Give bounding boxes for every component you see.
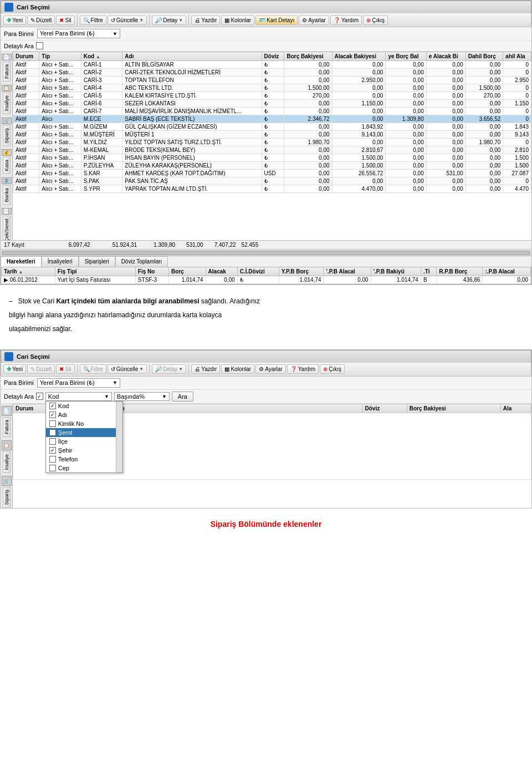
tab-doviz-toplamlari[interactable]: Döviz Toplamları: [115, 256, 168, 267]
table-row[interactable]: Aktif Alıcı + Satı... CARİ-5 KALEM KIRTA…: [13, 92, 531, 100]
para-birimi-combo[interactable]: Yerel Para Birimi (₺) ▼: [37, 29, 120, 38]
columns-button[interactable]: ▦ Kolonlar: [221, 16, 254, 25]
table-row[interactable]: Aktif Alıcı + Satı... CARİ-7 MALİ MÜŞAVİ…: [13, 108, 531, 115]
sidebar-icon-cek[interactable]: 📑: [2, 208, 12, 215]
w2-ara-button[interactable]: Ara: [172, 392, 193, 402]
w2-detail-button[interactable]: 🔎 Detay ▼: [152, 364, 186, 374]
w2-field-combo[interactable]: Kod ▼: [45, 392, 112, 401]
col-e-alacak[interactable]: e Alacak Bi: [426, 52, 466, 61]
table-row[interactable]: Aktif Alıcı + Satı... CARİ-3 TOPTAN TELE…: [13, 77, 531, 84]
exit-button[interactable]: ⊗ Çıkış: [363, 16, 388, 25]
w2-sidebar-item-irsaliye[interactable]: İrsaliye: [3, 451, 11, 473]
dropdown-item[interactable]: Kimlik No: [46, 419, 122, 428]
tab-hareketleri[interactable]: Hareketleri: [1, 256, 42, 267]
detail-col-ypb-borc[interactable]: Y.P.B Borç: [279, 267, 324, 276]
table-row[interactable]: Aktif Alıcı + Satı... M-KEMAL BRODE TEKS…: [13, 146, 531, 154]
w2-print-button[interactable]: 🖨 Yazdır: [191, 364, 220, 374]
sidebar-item-banka[interactable]: Banka: [3, 185, 11, 205]
dropdown-item[interactable]: Cep: [46, 464, 122, 473]
table-row[interactable]: Aktif Alıcı + Satı... CARİ-2 CARİ-2TEK T…: [13, 69, 531, 77]
dropdown-item[interactable]: Şemt: [46, 428, 122, 437]
sidebar-icon-irsaliye[interactable]: 📋: [2, 85, 12, 92]
w2-exit-button[interactable]: ⊗ Çıkış: [320, 364, 345, 374]
w2-delete-button[interactable]: ✖ Sil: [56, 364, 74, 374]
table-row[interactable]: Aktif Alıcı + Satı... CARİ-6 SEZER LOKAN…: [13, 100, 531, 108]
sidebar-icon-fatura[interactable]: 📄: [2, 54, 12, 60]
dropdown-item[interactable]: Telefon: [46, 455, 122, 464]
w2-new-button[interactable]: ✚ Yeni: [3, 364, 26, 374]
dropdown-item[interactable]: Adı: [46, 410, 122, 419]
dropdown-item[interactable]: Şehir: [46, 446, 122, 455]
detail-col-tarih[interactable]: Tarih ▲: [2, 267, 55, 276]
w2-sidebar-item-siparis[interactable]: Sipariş: [3, 487, 11, 508]
sidebar-item-fatura[interactable]: Fatura: [3, 62, 11, 82]
w2-help-button[interactable]: ❓ Yardım: [287, 364, 319, 374]
table-row[interactable]: Aktif Alıcı + Satı... M.YILDIZ YILDIZ TO…: [13, 139, 531, 146]
detail-col-pb-bakiyu[interactable]: '.P.B Bakiyü: [371, 267, 421, 276]
dropdown-scrollbar[interactable]: [116, 402, 122, 473]
detail-col-pb-alacal[interactable]: :.P.B Alacal: [483, 267, 531, 276]
col-alacak-bakiyesi[interactable]: Alacak Bakiyesi: [332, 52, 386, 61]
w2-detayli-ara-checkbox[interactable]: ✓: [36, 393, 43, 400]
detail-col-borc[interactable]: Borç: [169, 267, 206, 276]
detail-col-rpb-borc[interactable]: R.P.B Borç: [437, 267, 483, 276]
sidebar-icon-kasa[interactable]: 💰: [2, 149, 12, 156]
table-row[interactable]: Aktif Alıcı M.ECE SABRİ BAŞ (ECE TEKSTİL…: [13, 115, 531, 123]
w2-col-doviz[interactable]: Döviz: [362, 404, 407, 413]
w2-sidebar-icon-irsaliye[interactable]: 📋: [2, 440, 12, 450]
sidebar-icon-siparis[interactable]: 🛒: [2, 118, 12, 124]
filter-button[interactable]: 🔍 Filtre: [80, 16, 106, 25]
w2-edit-button[interactable]: ✎ Düzelt: [27, 364, 55, 374]
table-row[interactable]: Aktif Alıcı + Satı... S.PAK PAK SAN.TİC.…: [13, 177, 531, 185]
detail-col-pb-alacak[interactable]: '.P.B Alacal: [324, 267, 371, 276]
w2-filter-button[interactable]: 🔍 Filtre: [80, 364, 106, 374]
w2-col-ala[interactable]: Ala: [500, 404, 531, 413]
w2-search-type-combo[interactable]: Başında% ▼: [114, 392, 170, 401]
detail-col-alacak[interactable]: Alacak: [206, 267, 237, 276]
w2-sidebar-icon-fatura[interactable]: 📄: [2, 406, 12, 416]
col-doviz[interactable]: Döviz: [262, 52, 284, 61]
w2-para-birimi-combo[interactable]: Yerel Para Birimi (₺) ▼: [37, 378, 120, 388]
w2-col-borc[interactable]: Borç Bakiyesi: [407, 404, 500, 413]
detail-col-fis-no[interactable]: Fiş No: [135, 267, 168, 276]
detail-col-ti[interactable]: .Ti: [421, 267, 436, 276]
detail-table-row[interactable]: ▶ 06.01.2012 Yurt İçi Satış Faturası STS…: [2, 276, 531, 284]
dropdown-item[interactable]: İlçe: [46, 437, 122, 446]
tab-irsaliyeleri[interactable]: İrsaliyeleri: [42, 256, 79, 267]
w2-settings-button[interactable]: ⚙ Ayarlar: [255, 364, 286, 374]
col-borc-bakiyesi[interactable]: Borç Bakiyesi: [284, 52, 332, 61]
new-button[interactable]: ✚ Yeni: [3, 16, 26, 25]
sidebar-item-cek[interactable]: Çek/Senet: [3, 216, 11, 240]
card-detail-button[interactable]: 🪪 Kart Detayı: [255, 16, 298, 25]
horizontal-scrollbar[interactable]: [1, 249, 531, 256]
table-row[interactable]: Aktif Alıcı + Satı... M.MÜŞTERİ MÜŞTERİ …: [13, 131, 531, 139]
w2-columns-button[interactable]: ▦ Kolonlar: [221, 364, 254, 374]
col-ahil-ala[interactable]: ahil Ala: [503, 52, 531, 61]
col-dahil-borc[interactable]: Dahil Borç: [466, 52, 503, 61]
w2-col-ad[interactable]: Adı: [113, 404, 362, 413]
scroll-bar-track[interactable]: [2, 251, 530, 255]
refresh-button[interactable]: ↺ Güncelle ▼: [108, 16, 147, 25]
detail-col-fis-tipi[interactable]: Fiş Tipi: [55, 267, 135, 276]
sidebar-item-irsaliye[interactable]: İrsaliye: [3, 93, 11, 114]
table-row[interactable]: Aktif Alıcı + Satı... P.ZÜLEYHA ZÜLEYHA …: [13, 162, 531, 170]
help-button[interactable]: ❓ Yardım: [330, 16, 362, 25]
table-row[interactable]: Aktif Alıcı + Satı... CARİ-1 ALTIN BİLGİ…: [13, 61, 531, 69]
sidebar-item-siparis[interactable]: Sipariş: [3, 125, 11, 146]
col-durum[interactable]: Durum: [13, 52, 39, 61]
sidebar-item-kasa[interactable]: Kasa: [3, 157, 11, 174]
col-tip[interactable]: Tip: [39, 52, 81, 61]
sidebar-icon-banka[interactable]: 🏦: [2, 177, 12, 184]
table-row[interactable]: Aktif Alıcı + Satı... M.GİZEM GÜL ÇALIŞK…: [13, 123, 531, 131]
col-ye-borc[interactable]: ye Borç Bal: [386, 52, 426, 61]
col-kod[interactable]: Kod ▲: [81, 52, 122, 61]
table-row[interactable]: Aktif Alıcı + Satı... S.KAR AHMET KARDEŞ…: [13, 170, 531, 177]
detail-button[interactable]: 🔎 Detay ▼: [152, 16, 186, 25]
w2-sidebar-icon-siparis[interactable]: 🛒: [2, 476, 12, 486]
detayli-ara-checkbox[interactable]: [36, 42, 43, 49]
dropdown-item[interactable]: Kod: [46, 402, 122, 410]
col-ad[interactable]: Adı: [122, 52, 262, 61]
detail-col-ci-dovizi[interactable]: C.İ.Dövizi: [237, 267, 279, 276]
tab-siparisleri[interactable]: Siparişleri: [79, 256, 115, 267]
print-button[interactable]: 🖨 Yazdır: [191, 16, 220, 25]
